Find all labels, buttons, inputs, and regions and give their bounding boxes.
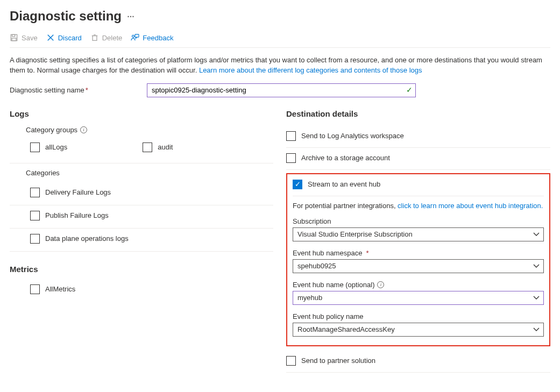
- feedback-label: Feedback: [143, 34, 173, 42]
- required-star: *: [366, 249, 368, 257]
- dest-partner-checkbox[interactable]: [286, 356, 296, 366]
- policy-select[interactable]: RootManageSharedAccessKey: [293, 323, 544, 337]
- svg-rect-5: [93, 36, 97, 41]
- category-checkbox[interactable]: [30, 188, 40, 197]
- dest-eventhub-row: ✓ Stream to an event hub: [293, 179, 544, 196]
- info-icon[interactable]: i: [80, 126, 87, 133]
- dest-storage-label: Archive to a storage account: [301, 154, 390, 162]
- category-row: Publish Failure Logs: [10, 205, 273, 229]
- category-checkbox[interactable]: [30, 234, 40, 244]
- audit-checkbox[interactable]: [143, 142, 152, 152]
- subscription-field: Subscription Visual Studio Enterprise Su…: [293, 217, 544, 241]
- dest-eventhub-checkbox[interactable]: ✓: [293, 180, 302, 189]
- svg-rect-9: [135, 34, 139, 37]
- namespace-select[interactable]: spehub0925: [293, 259, 544, 273]
- close-icon: [46, 33, 55, 42]
- metrics-heading: Metrics: [10, 265, 273, 274]
- hubname-field: Event hub name (optional) i myehub: [293, 281, 544, 305]
- category-row: Data plane operations logs: [10, 229, 273, 252]
- policy-label: Event hub policy name: [293, 312, 544, 320]
- alllogs-checkbox[interactable]: [30, 142, 40, 152]
- category-groups-heading: Category groups i: [10, 126, 273, 134]
- discard-label: Discard: [58, 34, 82, 42]
- alllogs-row: allLogs: [30, 139, 67, 155]
- required-star: *: [86, 86, 88, 94]
- person-feedback-icon: [131, 33, 139, 42]
- logs-heading: Logs: [10, 109, 273, 118]
- delete-label: Delete: [102, 34, 123, 42]
- setting-name-label: Diagnostic setting name*: [10, 86, 136, 94]
- delete-button[interactable]: Delete: [90, 33, 123, 42]
- svg-rect-2: [12, 38, 16, 41]
- learn-more-link[interactable]: Learn more about the different log categ…: [199, 66, 422, 74]
- setting-name-input[interactable]: [147, 83, 416, 97]
- dest-log-analytics-row: Send to Log Analytics workspace: [286, 126, 550, 148]
- save-icon: [10, 33, 18, 42]
- category-label: Publish Failure Logs: [45, 211, 109, 219]
- dest-eventhub-label: Stream to an event hub: [308, 180, 380, 188]
- category-row: Delivery Failure Logs: [10, 182, 273, 205]
- namespace-field: Event hub namespace* spehub0925: [293, 249, 544, 273]
- save-button[interactable]: Save: [10, 33, 38, 42]
- description: A diagnostic setting specifies a list of…: [10, 55, 550, 76]
- dest-log-analytics-label: Send to Log Analytics workspace: [301, 132, 404, 140]
- allmetrics-label: AllMetrics: [45, 285, 75, 293]
- category-label: Delivery Failure Logs: [45, 188, 111, 196]
- page-title-text: Diagnostic setting: [10, 9, 122, 24]
- toolbar: Save Discard Delete Feedback: [10, 33, 550, 48]
- dest-partner-row: Send to partner solution: [286, 351, 550, 373]
- valid-check-icon: ✓: [406, 85, 413, 94]
- namespace-label: Event hub namespace*: [293, 249, 544, 257]
- allmetrics-checkbox[interactable]: [30, 284, 40, 294]
- event-hub-note: For potential partner integrations, clic…: [293, 202, 544, 210]
- dest-partner-label: Send to partner solution: [301, 357, 375, 365]
- dest-storage-checkbox[interactable]: [286, 153, 296, 163]
- page-title: Diagnostic setting …: [10, 9, 550, 24]
- dest-storage-row: Archive to a storage account: [286, 148, 550, 170]
- categories-heading: Categories: [10, 169, 273, 177]
- hubname-label: Event hub name (optional) i: [293, 281, 544, 289]
- subscription-label: Subscription: [293, 217, 544, 225]
- event-hub-learn-more-link[interactable]: click to learn more about event hub inte…: [398, 202, 543, 210]
- trash-icon: [90, 33, 99, 42]
- feedback-button[interactable]: Feedback: [131, 33, 173, 42]
- category-label: Data plane operations logs: [45, 234, 129, 243]
- info-icon[interactable]: i: [377, 281, 384, 288]
- alllogs-label: allLogs: [45, 143, 67, 151]
- dest-log-analytics-checkbox[interactable]: [286, 131, 296, 141]
- audit-row: audit: [143, 139, 173, 155]
- subscription-select[interactable]: Visual Studio Enterprise Subscription: [293, 227, 544, 241]
- save-label: Save: [22, 34, 38, 42]
- allmetrics-row: AllMetrics: [10, 281, 273, 297]
- svg-point-8: [132, 35, 134, 37]
- destination-heading: Destination details: [286, 109, 550, 118]
- discard-button[interactable]: Discard: [46, 33, 82, 42]
- more-icon[interactable]: …: [127, 10, 135, 22]
- hubname-select[interactable]: myehub: [293, 291, 544, 305]
- event-hub-highlight: ✓ Stream to an event hub For potential p…: [286, 173, 550, 346]
- audit-label: audit: [158, 143, 173, 151]
- svg-rect-1: [12, 34, 15, 37]
- category-checkbox[interactable]: [30, 211, 40, 220]
- setting-name-row: Diagnostic setting name* ✓: [10, 83, 550, 97]
- policy-field: Event hub policy name RootManageSharedAc…: [293, 312, 544, 337]
